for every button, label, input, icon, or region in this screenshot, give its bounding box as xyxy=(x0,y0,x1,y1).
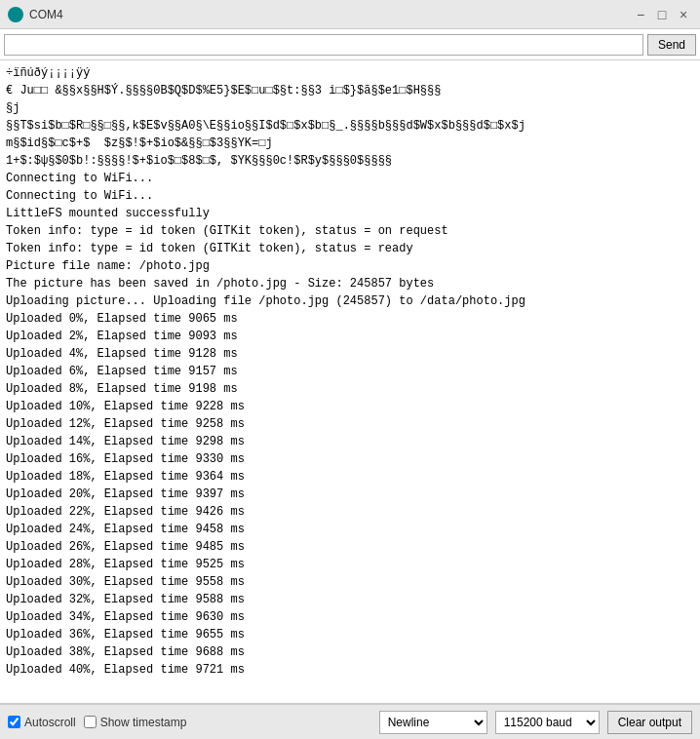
input-row: Send xyxy=(0,29,700,60)
title-bar: COM4 − □ × xyxy=(0,0,700,29)
app-icon xyxy=(8,7,23,22)
window-controls: − □ × xyxy=(632,6,692,23)
close-button[interactable]: × xyxy=(675,6,692,23)
maximize-button[interactable]: □ xyxy=(653,6,671,23)
show-timestamp-checkbox[interactable] xyxy=(84,716,97,728)
autoscroll-label[interactable]: Autoscroll xyxy=(8,716,76,729)
newline-select[interactable]: No line endingNewlineCarriage returnBoth… xyxy=(379,711,487,734)
window-title: COM4 xyxy=(29,8,632,21)
autoscroll-checkbox[interactable] xyxy=(8,716,20,728)
show-timestamp-label[interactable]: Show timestamp xyxy=(84,716,187,729)
bottom-bar: Autoscroll Show timestamp No line ending… xyxy=(0,704,700,739)
send-button[interactable]: Send xyxy=(647,34,696,56)
show-timestamp-text: Show timestamp xyxy=(100,716,187,729)
baud-rate-select[interactable]: 300 baud1200 baud2400 baud4800 baud9600 … xyxy=(495,711,600,734)
minimize-button[interactable]: − xyxy=(632,6,649,23)
serial-input[interactable] xyxy=(4,34,643,56)
serial-output[interactable]: ÷ïñúðý¡¡¡¡ÿý € Ju□□ &§§x§§H$Ý.§§§§0B$Q$D… xyxy=(0,60,700,704)
autoscroll-text: Autoscroll xyxy=(24,716,76,729)
clear-output-button[interactable]: Clear output xyxy=(607,711,692,734)
